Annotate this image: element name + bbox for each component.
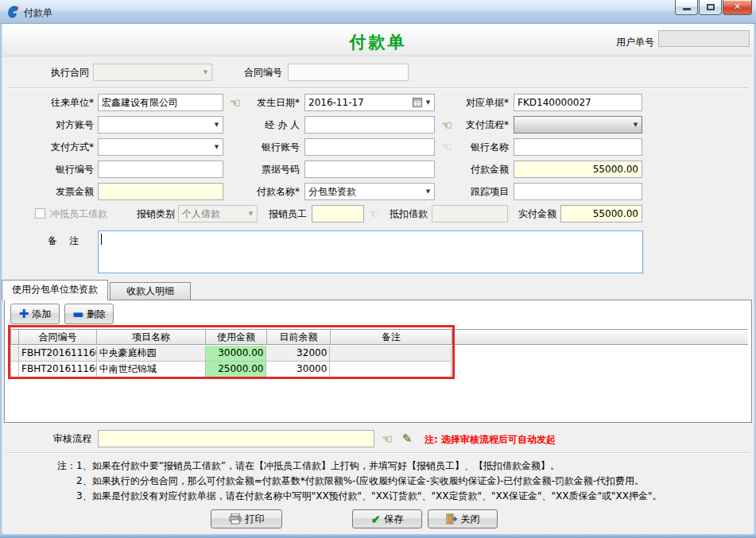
bank-no-input[interactable] [98, 161, 223, 178]
minus-icon: ▬ [72, 308, 83, 320]
chevron-down-icon: ▼ [201, 64, 210, 80]
bank-name-label: 银行名称 [442, 138, 509, 156]
invoice-amount-input[interactable] [98, 183, 223, 200]
pay-name-select[interactable]: 分包垫资款 ▼ [304, 183, 435, 200]
pay-flow-label: 支付流程* [442, 116, 509, 134]
occur-date-picker[interactable]: 2016-11-17 ▼ [304, 94, 435, 111]
contract-no-input[interactable] [288, 64, 409, 81]
signature-pen-icon[interactable]: ✎ [399, 430, 415, 447]
exit-door-icon [446, 513, 457, 524]
cell-used-amount: 30000.00 [206, 346, 267, 362]
pay-amount-label: 付款金额 [442, 161, 509, 178]
pay-flow-select[interactable]: ▼ [514, 116, 642, 134]
calendar-button[interactable]: ▼ [413, 95, 432, 110]
window-frame-bottom [0, 534, 756, 538]
bill-no-input[interactable] [304, 161, 435, 178]
user-no-label: 用户单号 [611, 33, 654, 51]
note-line-2: 2、如果执行的分包合同，那么可付款金额=付款基数*付款限额%-(应收履约保证金-… [57, 474, 662, 489]
bill-no-label: 票据号码 [235, 161, 300, 178]
row-indicator-cell [11, 346, 19, 362]
window-title: 付款单 [24, 6, 52, 20]
table-header-row: 合同编号 项目名称 使用金额 目前余额 备注 [10, 329, 748, 345]
audit-flow-input[interactable] [98, 430, 374, 447]
maximize-button[interactable] [699, 0, 722, 15]
print-icon [229, 513, 242, 524]
handler-label: 经 办 人 [235, 116, 300, 134]
separator-line [6, 452, 750, 454]
contract-no-label: 合同编号 [219, 64, 282, 81]
offset-employee-loan-checkbox[interactable] [35, 208, 45, 219]
close-form-button[interactable]: 关闭 [428, 509, 498, 528]
title-bar: 付款单 [0, 0, 756, 24]
reimburse-employee-input[interactable] [312, 205, 364, 223]
cell-contract-no: FBHT2016111601 [19, 362, 97, 377]
exec-contract-select[interactable]: ▼ [93, 64, 212, 81]
note-line-3: 3、如果是付款没有对应付款单据，请在付款名称中写明"XX预付款"、"XX订货款"… [57, 489, 662, 504]
ref-doc-label: 对应单据* [442, 94, 509, 111]
remark-textarea[interactable] [98, 230, 643, 273]
track-project-input[interactable] [514, 183, 642, 200]
table-row[interactable]: FBHT2016111601 中南世纪锦城 25000.00 30000 [10, 362, 452, 377]
save-button[interactable]: ✔ 保存 [352, 509, 422, 528]
minimize-icon [683, 8, 691, 10]
pay-method-select[interactable]: ▼ [98, 138, 223, 156]
cell-current-balance: 32000 [266, 346, 330, 362]
tab-payee-detail[interactable]: 收款人明细 [110, 282, 191, 300]
reimburse-employee-browse-icon[interactable]: ☜ [366, 205, 382, 223]
plus-icon: ✚ [19, 308, 29, 320]
instruction-notes: 注：1、如果在付款中要“报销员工借款”，请在【冲抵员工借款】上打钩，并填写好【报… [57, 459, 662, 504]
bank-account-label: 银行账号 [235, 138, 300, 156]
reimburse-type-label: 报销类别 [126, 205, 175, 223]
opp-account-select[interactable]: ▼ [98, 116, 223, 134]
col-header-remark: 备注 [331, 330, 452, 344]
chevron-down-icon: ▼ [246, 206, 255, 222]
col-header-used-amount: 使用金额 [206, 330, 267, 344]
separator-line [8, 87, 748, 89]
counterpart-input[interactable] [98, 94, 223, 111]
payment-form-window: 付款单 ✕ 付款单 用户单号 执行合同 ▼ 合同编号 往来单位* ☜ 发生日期*… [0, 0, 756, 538]
audit-flow-browse-icon[interactable]: ☜ [379, 430, 395, 447]
offset-employee-loan-label: 冲抵员工借款 [50, 205, 122, 223]
actual-amount-label: 实付金额 [512, 205, 556, 223]
col-header-contract-no: 合同编号 [19, 330, 97, 344]
tab-subcontract-advance[interactable]: 使用分包单位垫资款 [2, 280, 108, 300]
handler-input[interactable] [304, 116, 435, 134]
delete-button[interactable]: ▬ 删除 [64, 304, 114, 324]
pay-amount-input[interactable] [514, 161, 642, 178]
chevron-down-icon: ▼ [212, 139, 221, 155]
opp-account-label: 对方账号 [22, 116, 94, 134]
audit-flow-note: 注: 选择审核流程后可自动发起 [425, 433, 556, 447]
table-row[interactable]: FBHT2016111602 中央豪庭柿园 30000.00 32000 [10, 346, 452, 362]
cell-project-name: 中央豪庭柿园 [97, 346, 206, 362]
bank-name-input[interactable] [514, 138, 642, 156]
chevron-down-icon: ▼ [631, 117, 640, 133]
cell-project-name: 中南世纪锦城 [97, 362, 206, 377]
close-button[interactable]: ✕ [723, 0, 752, 15]
col-header-current-balance: 目前余额 [267, 330, 331, 344]
occur-date-label: 发生日期* [235, 94, 300, 111]
deduct-loan-input[interactable] [432, 205, 508, 223]
cell-remark [330, 346, 452, 362]
pay-method-label: 支付方式* [22, 138, 94, 156]
bank-account-input[interactable] [304, 138, 435, 156]
save-check-icon: ✔ [371, 513, 381, 524]
maximize-icon [707, 4, 715, 10]
print-button[interactable]: 打印 [211, 509, 282, 528]
actual-amount-input[interactable] [560, 205, 642, 223]
cell-remark [330, 362, 452, 377]
counterpart-label: 往来单位* [22, 94, 94, 111]
close-icon: ✕ [723, 2, 751, 12]
text-caret [101, 234, 102, 245]
minimize-button[interactable] [675, 0, 698, 15]
cell-used-amount: 25000.00 [206, 362, 267, 377]
reimburse-type-select[interactable]: 个人借款 ▼ [178, 205, 258, 223]
note-line-1: 注：1、如果在付款中要“报销员工借款”，请在【冲抵员工借款】上打钩，并填写好【报… [57, 459, 662, 474]
add-button[interactable]: ✚ 添加 [10, 304, 60, 324]
remark-label: 备 注 [48, 232, 94, 250]
header-filler [452, 330, 748, 344]
bank-no-label: 银行编号 [22, 161, 94, 178]
reimburse-employee-label: 报销员工 [261, 205, 307, 223]
cell-current-balance: 30000 [266, 362, 330, 377]
col-header-project-name: 项目名称 [97, 330, 206, 344]
ref-doc-input[interactable] [514, 94, 642, 111]
